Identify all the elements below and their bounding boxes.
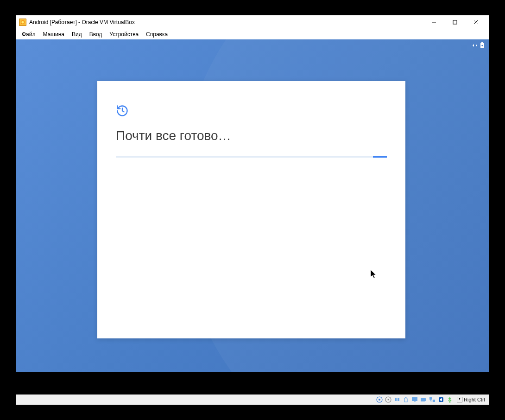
svg-rect-14 [421, 398, 425, 401]
svg-rect-10 [395, 398, 397, 401]
harddisk-icon[interactable] [376, 396, 383, 403]
host-key-indicator[interactable]: Right Ctrl [455, 397, 487, 402]
maximize-button[interactable] [444, 16, 465, 29]
virtualbox-app-icon [19, 19, 26, 26]
setup-headline: Почти все готово… [116, 128, 387, 143]
history-icon [116, 104, 129, 117]
minimize-button[interactable] [423, 16, 444, 29]
svg-rect-1 [453, 20, 457, 24]
close-button[interactable] [465, 16, 486, 29]
svg-point-7 [379, 399, 380, 401]
window-controls [423, 16, 486, 29]
android-status-bar [472, 42, 484, 49]
svg-rect-11 [398, 398, 399, 401]
titlebar: Android [Работает] - Oracle VM VirtualBo… [16, 15, 489, 29]
android-navbar [16, 372, 489, 395]
progress-bar [116, 156, 387, 158]
vbox-status-bar: Right Ctrl [16, 395, 489, 405]
menu-file[interactable]: Файл [18, 30, 39, 38]
mouse-integration-icon[interactable] [446, 396, 454, 403]
vm-display[interactable]: Почти все готово… [16, 39, 489, 395]
svg-rect-4 [481, 42, 483, 43]
optical-icon[interactable] [385, 396, 392, 403]
setup-card: Почти все готово… [97, 81, 405, 338]
progress-indicator [373, 156, 387, 158]
svg-rect-13 [414, 401, 416, 402]
menubar: Файл Машина Вид Ввод Устройства Справка [16, 29, 489, 39]
menu-devices[interactable]: Устройства [106, 30, 142, 38]
keyboard-icon [457, 397, 462, 402]
outer-frame: Android [Работает] - Oracle VM VirtualBo… [0, 0, 505, 420]
svg-rect-12 [412, 397, 417, 401]
android-screen: Почти все готово… [16, 39, 489, 385]
audio-icon[interactable] [437, 396, 445, 403]
window-title: Android [Работает] - Oracle VM VirtualBo… [29, 19, 423, 25]
host-key-label: Right Ctrl [464, 397, 485, 402]
menu-input[interactable]: Ввод [86, 30, 106, 38]
shared-folders-icon[interactable] [402, 396, 410, 403]
menu-machine[interactable]: Машина [39, 30, 68, 38]
network-icon [472, 43, 478, 49]
svg-point-20 [449, 401, 451, 403]
network-status-icon[interactable] [429, 396, 436, 403]
recording-icon[interactable] [420, 396, 427, 403]
virtualbox-window: Android [Работает] - Oracle VM VirtualBo… [16, 15, 489, 405]
display-icon[interactable] [411, 396, 418, 403]
svg-point-9 [388, 399, 389, 401]
svg-rect-15 [429, 397, 432, 400]
menu-view[interactable]: Вид [68, 30, 86, 38]
battery-icon [480, 42, 484, 49]
menu-help[interactable]: Справка [142, 30, 171, 38]
usb-icon[interactable] [393, 396, 401, 403]
